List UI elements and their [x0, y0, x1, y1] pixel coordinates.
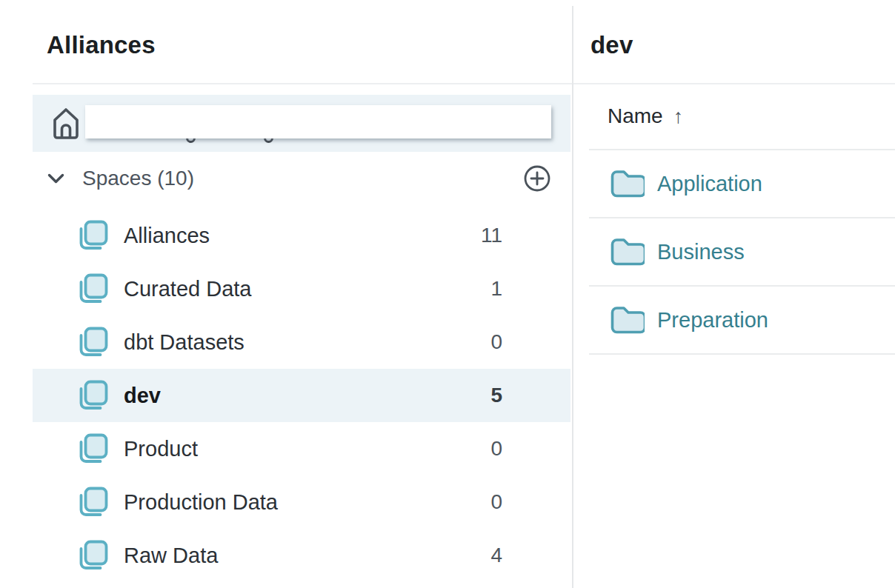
- space-item-label: Curated Data: [124, 277, 252, 301]
- redaction-overlay: [85, 105, 551, 138]
- space-item-label: Production Data: [124, 490, 278, 515]
- sidebar-item-dbt-datasets[interactable]: dbt Datasets 0: [33, 315, 570, 369]
- name-column-header[interactable]: Name ↑: [608, 105, 683, 127]
- space-item-count: 4: [490, 544, 502, 567]
- panel-divider: [572, 6, 573, 588]
- add-space-button[interactable]: [523, 164, 551, 193]
- folder-list: Application Business Preparation: [589, 150, 895, 355]
- spaces-section-label: Spaces (10): [82, 167, 194, 190]
- space-icon: [76, 538, 109, 572]
- folder-icon: [610, 305, 645, 335]
- spaces-section-header[interactable]: Spaces (10): [33, 162, 570, 195]
- sidebar-item-raw-data[interactable]: Raw Data 4: [33, 529, 570, 582]
- space-icon: [76, 325, 109, 359]
- home-row[interactable]: [33, 95, 570, 152]
- space-item-count: 0: [490, 437, 502, 461]
- sort-ascending-icon: ↑: [673, 105, 684, 128]
- space-item-label: dbt Datasets: [124, 330, 244, 355]
- sidebar-item-production-data[interactable]: Production Data 0: [33, 475, 570, 529]
- space-item-count: 0: [490, 490, 502, 514]
- sidebar-title: Alliances: [47, 31, 156, 59]
- space-list: Alliances 11 Curated Data 1 dbt Datasets…: [33, 209, 570, 582]
- space-item-label: Raw Data: [124, 544, 218, 568]
- app-root: { "sidebar": { "title": "Alliances", "se…: [0, 0, 895, 588]
- space-icon: [76, 272, 109, 306]
- space-icon: [76, 485, 109, 519]
- header-divider: [33, 83, 895, 84]
- sidebar-item-curated-data[interactable]: Curated Data 1: [33, 262, 570, 315]
- space-item-count: 1: [490, 277, 502, 301]
- folder-icon: [610, 237, 645, 267]
- space-item-label: Product: [124, 437, 198, 461]
- space-icon: [76, 432, 109, 466]
- space-item-label: Alliances: [124, 224, 210, 248]
- folder-label: Application: [657, 172, 762, 196]
- sidebar-item-product[interactable]: Product 0: [33, 422, 570, 475]
- page-title: dev: [590, 31, 633, 59]
- folder-row-application[interactable]: Application: [589, 150, 895, 218]
- home-icon: [52, 106, 80, 144]
- space-item-count: 5: [490, 384, 502, 407]
- name-header-label: Name: [608, 104, 663, 128]
- space-icon: [76, 378, 109, 412]
- sidebar-item-dev[interactable]: dev 5: [33, 369, 570, 422]
- folder-label: Business: [657, 240, 745, 264]
- space-item-label: dev: [124, 384, 161, 408]
- chevron-down-icon[interactable]: [47, 173, 64, 184]
- folder-icon: [610, 169, 645, 198]
- space-item-count: 0: [490, 330, 502, 354]
- folder-label: Preparation: [657, 308, 768, 333]
- folder-row-business[interactable]: Business: [589, 218, 895, 287]
- sidebar-item-alliances[interactable]: Alliances 11: [33, 209, 570, 262]
- folder-row-preparation[interactable]: Preparation: [589, 287, 895, 355]
- space-icon: [76, 218, 109, 253]
- space-item-count: 11: [481, 224, 502, 247]
